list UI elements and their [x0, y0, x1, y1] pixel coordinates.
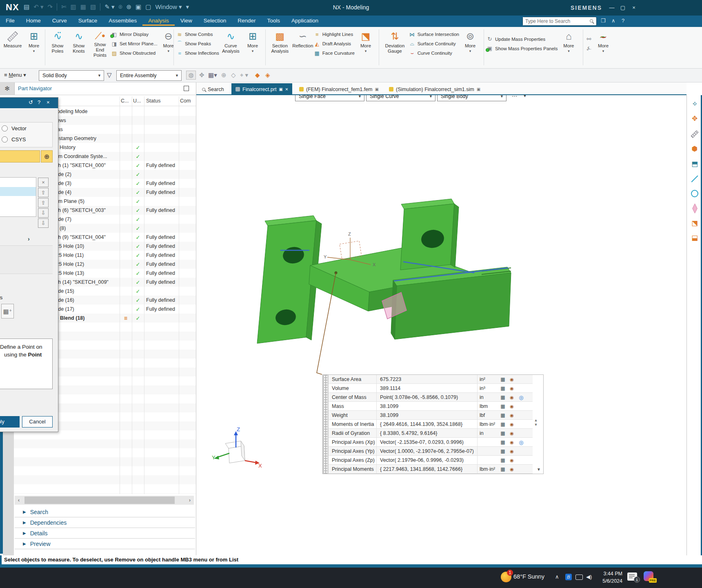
close-button[interactable]: × — [629, 4, 638, 12]
scroll-left-icon[interactable]: ‹ — [15, 496, 23, 505]
checkmark-icon[interactable]: ✓ — [136, 163, 140, 169]
show-poles-button[interactable]: ∿̈ Show Poles — [47, 29, 68, 59]
selection-tool-2-icon[interactable]: ▦▾ — [208, 71, 217, 79]
measure-dialog[interactable]: ↺ ? × Vector CSYS ⊕ (1) Bodies in ( × ⇧ … — [0, 97, 58, 432]
section-label[interactable]: Details — [30, 530, 48, 537]
move-down-icon[interactable]: ⇩ — [38, 208, 49, 218]
checkmark-icon[interactable]: ✓ — [136, 189, 140, 196]
face-curvature-button[interactable]: ▦Face Curvature — [314, 49, 355, 57]
minimize-button[interactable]: — — [607, 4, 616, 12]
surface-continuity-button[interactable]: ⌓Surface Continuity — [409, 40, 459, 48]
checkmark-icon[interactable]: ✓ — [136, 154, 140, 160]
notification-center-icon[interactable]: 1 — [627, 572, 637, 581]
expand-arrow-icon[interactable]: ▶ — [23, 510, 26, 514]
section-analysis-button[interactable]: ▩ Section Analysis — [268, 29, 292, 59]
section-label[interactable]: Preview — [30, 541, 51, 547]
menu-file[interactable]: File — [0, 16, 20, 26]
expression-icon[interactable]: ▦ — [498, 421, 507, 427]
collapsed-section[interactable]: ▶ Preview — [15, 539, 195, 549]
checkmark-icon[interactable]: ✓ — [136, 172, 140, 178]
point-dialog-icon[interactable]: ⊕ — [41, 150, 53, 163]
curve-analysis-button[interactable]: ∿ Curve Analysis — [220, 29, 242, 59]
dialog-title-bar[interactable]: ↺ ? × — [0, 98, 58, 108]
part-tool-2-button[interactable]: ⍼ — [586, 45, 592, 53]
checkmark-icon[interactable]: ✓ — [136, 261, 140, 267]
list-item[interactable]: (1) Bodies in ( — [0, 178, 36, 187]
menu-render[interactable]: Render — [232, 16, 261, 26]
move-object-icon[interactable]: ⬔ — [689, 218, 700, 228]
dialog-close-icon[interactable]: × — [47, 99, 50, 105]
table-drag-handle[interactable] — [323, 375, 329, 474]
draft-analysis-button[interactable]: ◭Draft Analysis — [314, 40, 355, 48]
radio-circle-icon[interactable] — [2, 136, 8, 143]
measure-button[interactable]: Measure — [2, 29, 23, 59]
circle-icon[interactable] — [689, 188, 700, 199]
tab-detach-icon[interactable]: ▣ — [375, 87, 379, 91]
annotation-icon[interactable]: ◎ — [516, 394, 526, 401]
deviation-gauge-button[interactable]: ⇅ Deviation Gauge — [382, 29, 408, 59]
graphics-viewport[interactable]: Single Face▼ Single Curve▼ Single Body▼ … — [196, 95, 686, 555]
remove-item-icon[interactable]: × — [38, 178, 49, 187]
eye-icon[interactable]: ◉ — [507, 467, 516, 472]
table-scroll-arrows[interactable]: ▲▼ — [533, 418, 539, 434]
mass-more-button[interactable]: ⌂ More▾ — [558, 29, 579, 59]
checkmark-icon[interactable]: ✓ — [136, 180, 140, 187]
selection-tool-6-icon[interactable]: ◆ — [255, 71, 260, 79]
collapsed-section[interactable]: ▶ Details — [15, 528, 195, 539]
show-knots-button[interactable]: ∿ Show Knots — [69, 29, 89, 59]
set-mirror-plane-button[interactable]: ◨Set Mirror Plane... — [111, 40, 158, 48]
radio-vector[interactable]: Vector — [2, 125, 27, 131]
table-expand-icon[interactable]: ▼ — [537, 467, 541, 472]
checkmark-icon[interactable]: ✓ — [136, 297, 140, 303]
create-expression-icon[interactable]: ▦⁺ — [1, 304, 14, 318]
speaker-icon[interactable]: ◀) — [586, 574, 592, 580]
clock[interactable]: 3:44 PM 5/6/2024 — [594, 570, 622, 585]
display-icon[interactable] — [575, 575, 583, 580]
weather-text[interactable]: 68°F Sunny — [513, 573, 544, 580]
selection-tool-5-icon[interactable]: ⌖ ▾ — [240, 71, 248, 79]
column-c[interactable]: C... — [121, 98, 129, 104]
fullscreen-icon[interactable]: ❒ — [601, 18, 606, 24]
checkmark-icon[interactable]: ✓ — [136, 225, 140, 232]
section-label[interactable]: Dependencies — [30, 519, 67, 526]
select-handle-icon[interactable]: ✥ — [689, 113, 700, 124]
help-icon[interactable]: ? — [622, 18, 624, 24]
checkmark-icon[interactable]: ✓ — [136, 198, 140, 205]
show-combs-button[interactable]: ≋Show Combs — [176, 30, 219, 38]
column-u[interactable]: U... — [133, 98, 141, 104]
eye-icon[interactable]: ◉ — [507, 431, 516, 436]
expand-arrow-icon[interactable]: ▶ — [23, 541, 26, 546]
mass-properties-table[interactable]: Surface Area 675.7223 in² ▦ ◉ ◎ Volume 3… — [322, 374, 544, 474]
apply-button[interactable]: Apply — [0, 416, 20, 428]
curve-shape-more-button[interactable]: ⊞ More▾ — [242, 29, 263, 59]
type-filter-dropdown[interactable]: Solid Body▼ — [39, 70, 104, 81]
eye-icon[interactable]: ◉ — [507, 413, 516, 418]
section-label[interactable]: Search — [30, 509, 48, 515]
selection-tool-1-icon[interactable]: ✥ — [199, 71, 204, 79]
expression-icon[interactable]: ▦ — [498, 430, 507, 436]
reset-icon[interactable]: ↺ — [29, 99, 33, 105]
selection-tool-4-icon[interactable]: ◇ — [231, 71, 236, 79]
annotation-icon[interactable]: ◎ — [516, 439, 526, 445]
show-peaks-button[interactable]: ⌒Show Peaks — [176, 40, 219, 48]
boolean-icon[interactable]: ⬓ — [689, 232, 700, 243]
show-obstructed-button[interactable]: ▨Show Obstructed — [111, 49, 158, 57]
expression-icon[interactable]: ▦ — [498, 403, 507, 409]
measure-ruler-icon[interactable] — [689, 129, 700, 139]
expression-icon[interactable]: ▦ — [498, 376, 507, 382]
menu-button[interactable]: ≡ MMenuenu ▾ — [4, 72, 26, 78]
eye-icon[interactable]: ◉ — [507, 404, 516, 409]
tab-fem[interactable]: (FEM) Finalcorrect_fem1.fem ▣ — [295, 83, 383, 95]
show-mass-properties-panels-button[interactable]: ▣Show Mass Properties Panels — [487, 45, 558, 53]
curve-tool-icon[interactable]: ⟡ — [689, 98, 700, 109]
minimize-ribbon-icon[interactable]: ∧ — [611, 18, 615, 24]
gear-icon[interactable]: ✻ — [0, 82, 15, 95]
model-3d[interactable]: Z X Y Z Y X — [196, 95, 686, 555]
list-item-selected[interactable] — [0, 187, 36, 196]
tab-finalcorrect-prt[interactable]: Finalcorrect.prt ▣ × — [231, 83, 292, 95]
tab-sim[interactable]: (Simulation) Finalcorrect_sim1.sim ▣ — [385, 83, 484, 95]
selection-tool-7-icon[interactable]: ◈ — [265, 71, 270, 79]
point-input-field[interactable] — [0, 150, 40, 163]
eye-icon[interactable]: ◉ — [507, 395, 516, 400]
checkmark-icon[interactable]: ✓ — [136, 216, 140, 223]
